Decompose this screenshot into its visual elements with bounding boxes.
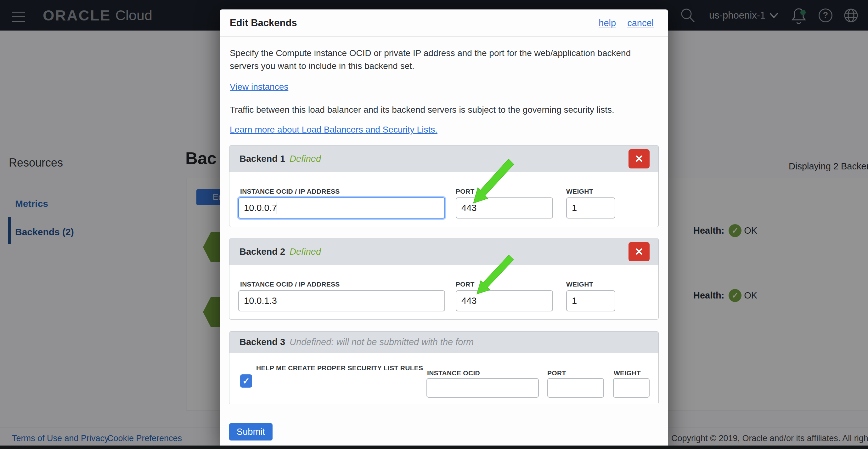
- weight-label: WEIGHT: [614, 369, 641, 377]
- port-input[interactable]: [547, 378, 604, 398]
- backend-2-card: Backend 2 Defined ✕ INSTANCE OCID / IP A…: [229, 238, 659, 320]
- text-cursor: [277, 203, 277, 214]
- security-rules-checkbox[interactable]: ✓: [240, 375, 252, 388]
- remove-backend-button[interactable]: ✕: [628, 149, 650, 169]
- oracle-cloud-console: Resources Metrics Backends (2) Bac Edit …: [0, 0, 868, 449]
- annotation-arrow-port-1: [470, 159, 516, 205]
- close-icon: ✕: [635, 153, 644, 165]
- ocid-input[interactable]: [238, 290, 445, 311]
- backend-3-header: Backend 3 Undefined: will not be submitt…: [229, 332, 658, 353]
- cancel-link[interactable]: cancel: [627, 18, 654, 28]
- learn-more-link[interactable]: Learn more about Load Balancers and Secu…: [230, 125, 437, 135]
- help-link[interactable]: help: [598, 18, 616, 28]
- submit-button[interactable]: Submit: [229, 423, 273, 441]
- backend-name: Backend 1: [240, 154, 285, 164]
- weight-label: WEIGHT: [566, 280, 593, 288]
- backend-1-card: Backend 1 Defined ✕ INSTANCE OCID / IP A…: [229, 145, 659, 227]
- check-icon: ✓: [242, 376, 250, 386]
- weight-label: WEIGHT: [566, 188, 593, 195]
- port-label: PORT: [547, 369, 566, 377]
- traffic-note-text: Traffic between this load balancer and i…: [230, 103, 658, 116]
- remove-backend-button[interactable]: ✕: [628, 242, 650, 261]
- backend-3-card: Backend 3 Undefined: will not be submitt…: [229, 331, 659, 404]
- modal-title: Edit Backends: [230, 17, 598, 29]
- security-rules-checkbox-label: HELP ME CREATE PROPER SECURITY LIST RULE…: [256, 364, 423, 372]
- weight-input[interactable]: [613, 378, 650, 398]
- ocid-input[interactable]: [427, 378, 539, 398]
- ocid-label: INSTANCE OCID / IP ADDRESS: [240, 280, 340, 288]
- weight-input[interactable]: [566, 290, 615, 311]
- window-bottom-edge: [0, 446, 868, 449]
- modal-header: Edit Backends help cancel: [220, 9, 668, 37]
- backend-name: Backend 3: [240, 337, 285, 347]
- close-icon: ✕: [635, 246, 644, 258]
- port-label: PORT: [456, 280, 474, 288]
- ocid-input[interactable]: [238, 198, 445, 218]
- backend-status: Defined: [289, 154, 321, 164]
- ocid-label: INSTANCE OCID: [427, 369, 480, 377]
- edit-backends-modal: Edit Backends help cancel Specify the Co…: [220, 9, 668, 449]
- backend-status: Undefined: will not be submitted with th…: [289, 337, 474, 347]
- weight-input[interactable]: [566, 198, 615, 218]
- annotation-arrow-port-2: [474, 255, 515, 295]
- ocid-label: INSTANCE OCID / IP ADDRESS: [240, 188, 340, 195]
- backend-status: Defined: [289, 246, 321, 257]
- backend-name: Backend 2: [240, 246, 285, 257]
- modal-intro-text: Specify the Compute instance OCID or pri…: [230, 47, 658, 72]
- view-instances-link[interactable]: View instances: [230, 82, 288, 92]
- backend-2-header: Backend 2 Defined: [229, 238, 658, 265]
- backend-1-header: Backend 1 Defined: [229, 146, 658, 172]
